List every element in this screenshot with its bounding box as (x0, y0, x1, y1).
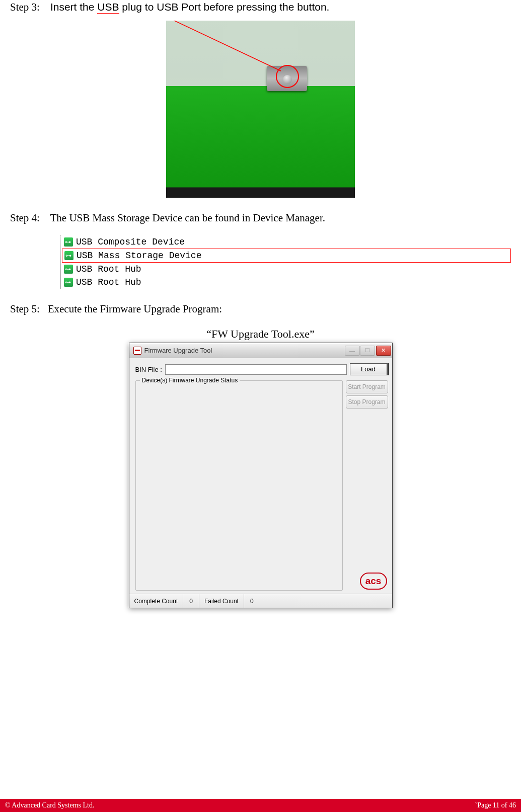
usb-device-icon (64, 251, 73, 260)
minimize-button[interactable]: — (345, 346, 360, 356)
usb-device-icon (64, 265, 73, 274)
step4-label: Step 4: (10, 212, 40, 224)
bin-file-label: BIN File : (135, 366, 162, 373)
complete-count-label: Complete Count (129, 594, 184, 608)
device-label: USB Root Hub (76, 276, 141, 288)
step5-label: Step 5: (10, 303, 40, 315)
step4-heading: Step 4: The USB Mass Storage Device can … (10, 212, 511, 224)
device-item-highlighted: USB Mass Storage Device (62, 249, 511, 263)
bin-file-input[interactable] (165, 364, 347, 375)
step3-heading: Step 3: Insert the USB plug to USB Port … (10, 0, 511, 14)
page-footer: © Advanced Card Systems Ltd. `Page 11 of… (0, 799, 521, 812)
window-titlebar[interactable]: Firmware Upgrade Tool — ☐ ✕ (129, 343, 392, 358)
app-icon (133, 347, 141, 355)
failed-count-value: 0 (244, 594, 260, 608)
groupbox-legend: Device(s) Firmware Ungrade Status (140, 377, 240, 384)
footer-copyright: © Advanced Card Systems Ltd. (5, 801, 475, 809)
usb-device-icon (64, 278, 73, 287)
device-label: USB Mass Storage Device (77, 250, 201, 262)
device-label: USB Composite Device (76, 236, 185, 248)
step5-text: Execute the Firmware Upgrade Program: (48, 303, 222, 315)
stop-program-button[interactable]: Stop Program (346, 395, 388, 409)
circuit-board-image (166, 21, 355, 198)
footer-page-number: `Page 11 of 46 (475, 801, 516, 809)
step3-text: Insert the USB plug to USB Port before p… (50, 1, 330, 14)
complete-count-value: 0 (183, 594, 199, 608)
firmware-upgrade-window: Firmware Upgrade Tool — ☐ ✕ BIN File : L… (129, 343, 393, 608)
device-status-groupbox: Device(s) Firmware Ungrade Status (135, 380, 343, 591)
device-manager-tree: USB Composite Device USB Mass Storage De… (60, 235, 511, 289)
callout-line (166, 21, 355, 198)
maximize-button[interactable]: ☐ (360, 346, 375, 356)
load-button[interactable]: Load (350, 363, 388, 375)
usb-underlined-word: USB (97, 1, 119, 14)
device-item: USB Root Hub (62, 276, 511, 289)
device-item: USB Composite Device (62, 235, 511, 249)
device-item: USB Root Hub (62, 263, 511, 276)
acs-logo: acs (360, 573, 387, 590)
start-program-button[interactable]: Start Program (346, 380, 388, 393)
device-label: USB Root Hub (76, 263, 141, 275)
step4-text: The USB Mass Storage Device can be found… (50, 212, 325, 224)
svg-line-0 (166, 21, 281, 71)
exe-filename-caption: “FW Upgrade Tool.exe” (10, 328, 511, 341)
window-title: Firmware Upgrade Tool (144, 347, 345, 354)
status-bar: Complete Count 0 Failed Count 0 (129, 594, 392, 608)
step5-heading: Step 5: Execute the Firmware Upgrade Pro… (10, 303, 511, 315)
failed-count-label: Failed Count (199, 594, 244, 608)
usb-device-icon (64, 237, 73, 247)
step3-label: Step 3: (10, 1, 40, 13)
close-button[interactable]: ✕ (376, 346, 391, 356)
